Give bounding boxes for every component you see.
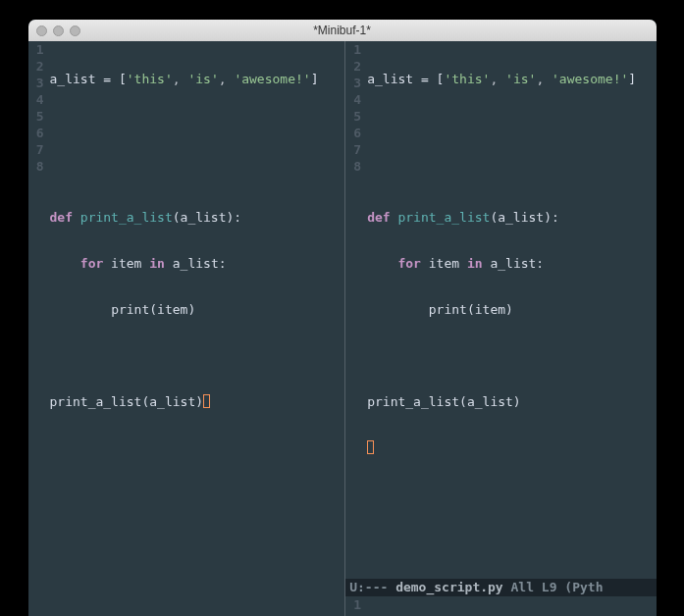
- code-line: a_list = ['this', 'is', 'awesome!']: [367, 71, 656, 87]
- emacs-window: *Minibuf-1* 1 2 3 4 5 6 7 8: [28, 20, 657, 616]
- cursor-icon: [367, 440, 374, 454]
- code-line: def print_a_list(a_list):: [367, 209, 656, 226]
- code-area[interactable]: a_list = ['this', 'is', 'awesome!'] def …: [365, 41, 656, 486]
- code-line: for item in a_list:: [367, 255, 656, 272]
- code-area[interactable]: a_list = ['this', 'is', 'awesome!'] def …: [48, 41, 345, 439]
- right-top-buffer[interactable]: 1 2 3 4 5 6 7 8 a_list = ['this', 'is', …: [345, 41, 656, 486]
- titlebar: *Minibuf-1*: [28, 20, 657, 41]
- left-padding: [28, 439, 345, 616]
- code-line: def print_a_list(a_list):: [50, 209, 345, 226]
- right-bot-buffer[interactable]: 1 2 3 4 5 6 7 8 a_list = ['this', 'is', …: [345, 596, 656, 616]
- gutter: 1 2 3 4 5 6 7 8: [28, 41, 48, 439]
- code-line: print(item): [367, 301, 656, 318]
- gutter: 1 2 3 4 5 6 7 8: [345, 596, 365, 616]
- left-buffer[interactable]: 1 2 3 4 5 6 7 8 a_list = ['this', 'is', …: [28, 41, 345, 439]
- code-line: [367, 117, 656, 133]
- code-line: print_a_list(a_list): [50, 393, 345, 410]
- code-line: a_list = ['this', 'is', 'awesome!']: [50, 71, 345, 87]
- window-title: *Minibuf-1*: [28, 24, 657, 37]
- code-line: for item in a_list:: [50, 255, 345, 272]
- code-line: [50, 117, 345, 133]
- left-column: 1 2 3 4 5 6 7 8 a_list = ['this', 'is', …: [28, 41, 346, 616]
- code-line: print(item): [50, 301, 345, 318]
- modeline-right-top[interactable]: U:--- demo_script.py All L9 (Pyth: [345, 579, 656, 596]
- gutter: 1 2 3 4 5 6 7 8: [345, 41, 365, 486]
- right-column: 1 2 3 4 5 6 7 8 a_list = ['this', 'is', …: [345, 41, 656, 616]
- code-line: [367, 439, 656, 456]
- code-area[interactable]: a_list = ['this', 'is', 'awesome!'] def …: [365, 596, 656, 616]
- code-line: [50, 347, 345, 364]
- code-line: print_a_list(a_list): [367, 393, 656, 410]
- code-line: [367, 163, 656, 180]
- rt-padding: [345, 486, 656, 579]
- code-line: [50, 163, 345, 180]
- emacs-frame: 1 2 3 4 5 6 7 8 a_list = ['this', 'is', …: [28, 41, 657, 616]
- cursor-icon: [203, 394, 210, 408]
- code-line: [367, 347, 656, 364]
- split-container: 1 2 3 4 5 6 7 8 a_list = ['this', 'is', …: [28, 41, 657, 616]
